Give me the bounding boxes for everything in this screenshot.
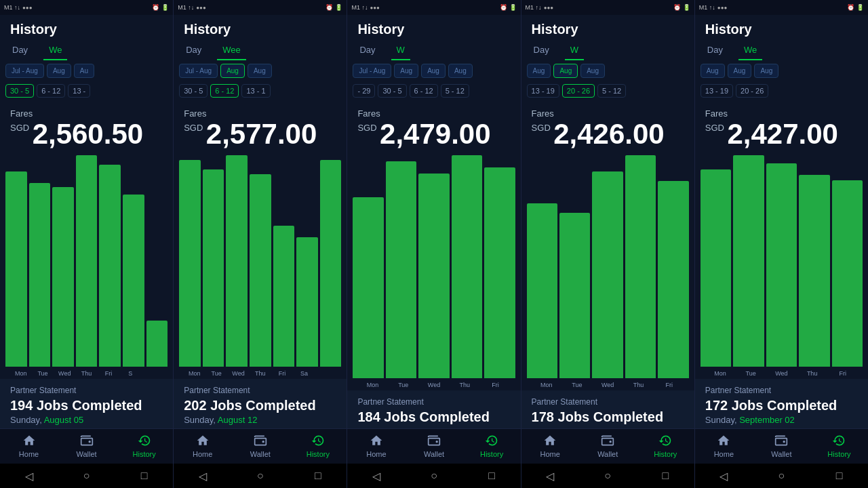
date-chip-1[interactable]: Aug [47,64,71,78]
back-button[interactable]: ◁ [540,466,560,486]
week-chip-2[interactable]: 13 - [68,84,90,98]
nav-history-icon [831,433,846,448]
date-chip-0[interactable]: Aug [701,64,725,78]
fares-label: Fares [10,108,163,119]
recent-button[interactable]: □ [481,466,502,486]
tab-we[interactable]: We [43,41,67,60]
week-chip-2[interactable]: 6 - 12 [410,84,438,98]
week-chip-0[interactable]: - 29 [353,84,375,98]
fares-label: Fares [532,108,684,119]
home-button[interactable]: ○ [771,466,791,486]
date-chip-2[interactable]: Au [74,64,94,78]
home-button[interactable]: ○ [597,466,618,486]
back-button[interactable]: ◁ [19,466,39,486]
back-button[interactable]: ◁ [713,466,734,486]
nav-item-history[interactable]: History [289,433,347,458]
fares-section: Fares SGD 2,426.00 [521,100,694,152]
back-button[interactable]: ◁ [193,466,213,486]
nav-item-home[interactable]: Home [521,433,579,458]
bar-label-3: Thu [250,370,270,377]
bar-wrap-4 [273,155,295,367]
date-chip-1[interactable]: Aug [728,64,752,78]
nav-item-wallet[interactable]: Wallet [579,433,637,458]
tab-day[interactable]: Day [528,41,555,60]
nav-item-wallet[interactable]: Wallet [58,433,115,458]
recent-button[interactable]: □ [655,466,675,486]
tab-w[interactable]: W [565,41,584,60]
nav-home-icon [22,433,37,448]
bar-labels: MonTueWedThuFri [527,380,689,390]
nav-home-icon [369,433,384,448]
week-chip-1[interactable]: 20 - 26 [736,84,768,98]
tab-day[interactable]: Day [354,41,380,60]
status-battery: 🔋 [683,4,690,11]
date-chip-2[interactable]: Aug [421,64,446,78]
week-chip-1[interactable]: 6 - 12 [210,84,239,98]
week-chip-1[interactable]: 6 - 12 [37,84,65,98]
date-chip-1[interactable]: Aug [553,64,578,78]
status-battery: 🔋 [509,4,517,11]
week-chip-0[interactable]: 13 - 19 [701,84,733,98]
home-button[interactable]: ○ [250,466,271,486]
date-chip-2[interactable]: Aug [754,64,778,78]
tab-day[interactable]: Day [702,41,728,60]
bar-wrap-0 [701,155,731,367]
tab-w[interactable]: W [391,41,410,60]
bar-wrap-1 [559,155,590,378]
week-chip-0[interactable]: 30 - 5 [179,84,208,98]
date-chip-3[interactable]: Aug [448,64,473,78]
nav-item-home[interactable]: Home [695,433,753,458]
bar-labels: MonTueWedThuFri [353,380,515,390]
date-chip-2[interactable]: Aug [580,64,605,78]
nav-item-wallet[interactable]: Wallet [405,433,462,458]
nav-item-history[interactable]: History [115,433,173,458]
tab-day[interactable]: Day [7,41,33,60]
fares-amount-row: SGD 2,560.50 [10,120,163,148]
bars-container [701,155,863,368]
date-chip-1[interactable]: Aug [394,64,418,78]
bar-label-5: Sa [294,370,314,377]
nav-item-wallet[interactable]: Wallet [753,433,810,458]
phone-4: M1 ↑↓ ●●● ⏰ 🔋 HistoryDayWAugAugAug13 - 1… [521,0,695,488]
chart-container: MonTueWedThuFriSa [174,152,347,379]
nav-item-home[interactable]: Home [347,433,405,458]
nav-item-history[interactable]: History [637,433,694,458]
home-button[interactable]: ○ [424,466,444,486]
status-time: ⏰ [152,4,159,11]
week-chip-0[interactable]: 30 - 5 [5,84,34,98]
week-chip-2[interactable]: 13 - 1 [241,84,270,98]
nav-wallet-icon [253,433,268,448]
nav-item-history[interactable]: History [463,433,521,458]
week-chip-3[interactable]: 5 - 12 [441,84,469,98]
date-chip-1[interactable]: Aug [220,64,245,78]
week-row: - 2930 - 56 - 125 - 12 [347,81,520,100]
recent-button[interactable]: □ [829,466,849,486]
date-chip-2[interactable]: Aug [248,64,272,78]
status-bar: M1 ↑↓ ●●● ⏰ 🔋 [521,0,694,15]
bar-label-6 [316,370,336,377]
date-chip-0[interactable]: Jul - Aug [5,64,44,78]
week-chip-0[interactable]: 13 - 19 [527,84,559,98]
tabs-container: DayWe [695,41,868,60]
date-chip-0[interactable]: Jul - Aug [353,64,391,78]
tab-we[interactable]: We [738,41,762,60]
nav-item-wallet[interactable]: Wallet [231,433,289,458]
home-button[interactable]: ○ [77,466,97,486]
date-chip-0[interactable]: Aug [527,64,551,78]
partner-section: Partner Statement 178 Jobs Completed [521,390,694,428]
nav-item-home[interactable]: Home [174,433,231,458]
back-button[interactable]: ◁ [366,466,387,486]
week-chip-2[interactable]: 5 - 12 [597,84,626,98]
svg-point-1 [262,441,264,443]
recent-button[interactable]: □ [308,466,328,486]
week-chip-1[interactable]: 30 - 5 [378,84,406,98]
partner-label: Partner Statement [705,386,858,395]
recent-button[interactable]: □ [134,466,155,486]
jobs-completed: 194 Jobs Completed [10,398,163,413]
nav-item-home[interactable]: Home [0,433,58,458]
tab-day[interactable]: Day [180,41,207,60]
tab-wee[interactable]: Wee [217,41,246,60]
week-chip-1[interactable]: 20 - 26 [562,84,595,98]
nav-item-history[interactable]: History [810,433,868,458]
date-chip-0[interactable]: Jul - Aug [179,64,218,78]
